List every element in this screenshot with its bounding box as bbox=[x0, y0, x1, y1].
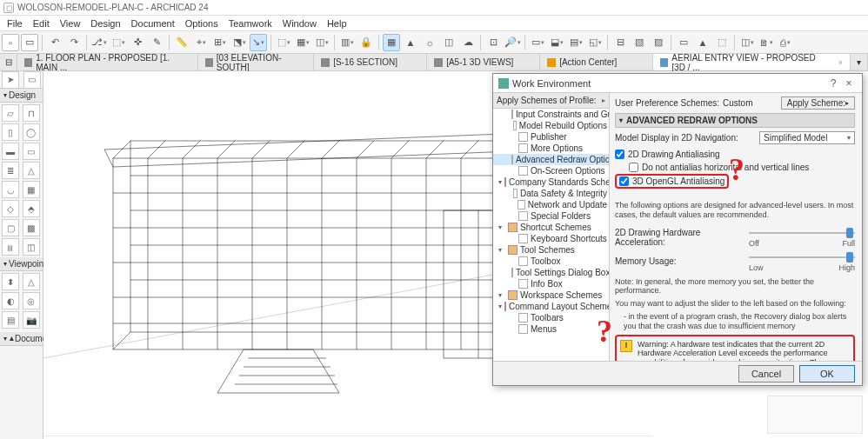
3d-opengl-antialias-checkbox[interactable]: 3D OpenGL Antialiasing bbox=[619, 176, 724, 186]
menu-window[interactable]: Window bbox=[279, 18, 320, 29]
palette-design-header[interactable]: Design bbox=[0, 89, 43, 103]
menu-file[interactable]: File bbox=[3, 18, 26, 29]
tree-item[interactable]: Keyboard Shortcuts bbox=[493, 233, 609, 244]
tab-elevation[interactable]: [03 ELEVATION-SOUTH] bbox=[198, 54, 315, 70]
tab-floorplan[interactable]: 1. FLOOR PLAN - PROPOSED [1. MAIN ... bbox=[17, 54, 198, 70]
railing-tool-icon[interactable]: ⫼ bbox=[2, 238, 19, 256]
marquee-tool-icon[interactable]: ▭ bbox=[23, 71, 41, 89]
ok-button[interactable]: OK bbox=[799, 365, 855, 382]
stair-tool-icon[interactable]: ≣ bbox=[2, 162, 19, 179]
roof-tool-icon[interactable]: △ bbox=[23, 162, 40, 179]
wall-tool-icon[interactable]: ▱ bbox=[2, 104, 19, 122]
tool-f[interactable]: 🔎 bbox=[504, 34, 521, 51]
tree-item[interactable]: Toolbox bbox=[493, 256, 609, 267]
palette-viewpoint-header[interactable]: Viewpoint bbox=[0, 257, 43, 271]
tree-item[interactable]: Network and Update bbox=[493, 199, 609, 210]
section-tool-icon[interactable]: ⬍ bbox=[2, 273, 19, 290]
morph-tool-icon[interactable]: ◇ bbox=[2, 200, 19, 217]
tree-item[interactable]: Special Folders bbox=[493, 210, 609, 222]
tree-item[interactable]: Info Box bbox=[493, 278, 609, 289]
tool-i[interactable]: ▤ bbox=[567, 34, 584, 51]
column-tool-icon[interactable]: ◯ bbox=[23, 123, 40, 141]
apply-scheme-button[interactable]: Apply Scheme: bbox=[781, 96, 855, 110]
tool-dd-10[interactable]: ▥ bbox=[338, 34, 356, 51]
dialog-titlebar[interactable]: Work Environment ? × bbox=[493, 74, 862, 93]
cw-tool-icon[interactable]: ▦ bbox=[23, 181, 40, 198]
menu-options[interactable]: Options bbox=[182, 18, 222, 29]
tool-h[interactable]: ⬓ bbox=[548, 34, 565, 51]
tab-3dviews[interactable]: [A5-1 3D VIEWS] bbox=[427, 54, 540, 70]
tool-s[interactable]: ⎙ bbox=[777, 34, 794, 51]
tree-item[interactable]: Model Rebuild Options bbox=[493, 120, 609, 131]
close-tab-icon[interactable]: × bbox=[838, 58, 843, 67]
section-header[interactable]: ADVANCED REDRAW OPTIONS bbox=[615, 113, 855, 128]
tree-item[interactable]: ▾Workspace Schemes bbox=[493, 289, 609, 301]
tool-dd-4[interactable]: ⊞ bbox=[211, 34, 229, 51]
tab-menu[interactable]: ▾ bbox=[851, 54, 868, 70]
tool-e[interactable]: ⊡ bbox=[484, 34, 502, 51]
tool-o[interactable]: ▲ bbox=[694, 34, 711, 51]
tool-r[interactable]: 🗎 bbox=[758, 34, 775, 51]
help-icon[interactable]: ? bbox=[825, 77, 841, 90]
tree-item[interactable]: On-Screen Options bbox=[493, 165, 609, 176]
tool-p[interactable]: ⬚ bbox=[713, 34, 731, 51]
slab-tool-icon[interactable]: ▭ bbox=[23, 143, 40, 160]
camera-tool-icon[interactable]: 📷 bbox=[23, 311, 40, 329]
tool-q[interactable]: ◫ bbox=[738, 34, 756, 51]
tool-open-icon[interactable]: ▭ bbox=[21, 34, 38, 51]
tree-item[interactable]: Publisher bbox=[493, 131, 609, 143]
scheme-tree[interactable]: Apply Schemes of Profile:▸ Input Constra… bbox=[493, 93, 610, 361]
tool-d[interactable]: ☁ bbox=[459, 34, 477, 51]
tool-g[interactable]: ▭ bbox=[529, 34, 546, 51]
tree-item[interactable]: More Options bbox=[493, 143, 609, 154]
close-icon[interactable]: × bbox=[841, 77, 857, 90]
tree-item[interactable]: Menus bbox=[493, 323, 609, 335]
tool-m[interactable]: ▨ bbox=[650, 34, 667, 51]
menu-design[interactable]: Design bbox=[87, 18, 124, 29]
worksheet-tool-icon[interactable]: ▤ bbox=[2, 311, 19, 329]
tool-ruler-icon[interactable]: 📏 bbox=[173, 34, 190, 51]
tool-eyedrop-icon[interactable]: ✎ bbox=[148, 34, 165, 51]
tool-dd-6[interactable]: ↘ bbox=[250, 34, 267, 51]
door-tool-icon[interactable]: ⊓ bbox=[23, 104, 40, 122]
palette-document-header[interactable]: ▸ Document bbox=[0, 332, 43, 346]
apply-schemes-dropdown[interactable]: Apply Schemes of Profile:▸ bbox=[493, 93, 609, 109]
tree-item[interactable]: Data Safety & Integrity bbox=[493, 188, 609, 199]
window-tool-icon[interactable]: ▯ bbox=[2, 123, 19, 141]
tool-dd-7[interactable]: ⬚ bbox=[275, 34, 292, 51]
tool-j[interactable]: ◱ bbox=[586, 34, 604, 51]
memory-slider[interactable] bbox=[749, 251, 855, 263]
undo-icon[interactable]: ↶ bbox=[46, 34, 63, 51]
hwaccel-slider[interactable] bbox=[749, 227, 855, 239]
tool-n[interactable]: ▭ bbox=[675, 34, 692, 51]
beam-tool-icon[interactable]: ▬ bbox=[2, 143, 19, 160]
tab-section[interactable]: [S-16 SECTION] bbox=[314, 54, 427, 70]
redo-icon[interactable]: ↷ bbox=[65, 34, 83, 51]
tool-k[interactable]: ⊟ bbox=[611, 34, 629, 51]
tool-pick-icon[interactable]: ✜ bbox=[129, 34, 146, 51]
tree-item[interactable]: ▾Shortcut Schemes bbox=[493, 222, 609, 233]
tree-item[interactable]: Advanced Redraw Options bbox=[493, 154, 609, 165]
tool-3d-icon[interactable]: ▦ bbox=[383, 34, 400, 51]
menu-document[interactable]: Document bbox=[128, 18, 178, 29]
tool-dd-2[interactable]: ⬚ bbox=[110, 34, 127, 51]
tool-dd-3[interactable]: ⌖ bbox=[192, 34, 210, 51]
tool-dd-8[interactable]: ▦ bbox=[294, 34, 311, 51]
tool-l[interactable]: ▧ bbox=[631, 34, 648, 51]
shell-tool-icon[interactable]: ◡ bbox=[2, 181, 19, 198]
tree-item[interactable]: ▾Command Layout Schemes bbox=[493, 301, 609, 312]
detail-tool-icon[interactable]: ◎ bbox=[23, 292, 40, 309]
tool-dd-5[interactable]: ⬔ bbox=[230, 34, 248, 51]
tab-hide[interactable]: ⊟ bbox=[0, 54, 17, 70]
zone-tool-icon[interactable]: ▢ bbox=[2, 219, 19, 236]
arrow-tool-icon[interactable]: ➤ bbox=[2, 71, 19, 89]
menu-edit[interactable]: Edit bbox=[30, 18, 53, 29]
menu-help[interactable]: Help bbox=[324, 18, 351, 29]
tab-actioncenter[interactable]: [Action Center] bbox=[540, 54, 653, 70]
menu-teamwork[interactable]: Teamwork bbox=[225, 18, 276, 29]
cancel-button[interactable]: Cancel bbox=[738, 365, 794, 382]
tool-a[interactable]: ▲ bbox=[402, 34, 419, 51]
tree-item[interactable]: ▾Tool Schemes bbox=[493, 244, 609, 256]
menu-view[interactable]: View bbox=[57, 18, 84, 29]
quick-options-bar[interactable] bbox=[767, 396, 863, 434]
